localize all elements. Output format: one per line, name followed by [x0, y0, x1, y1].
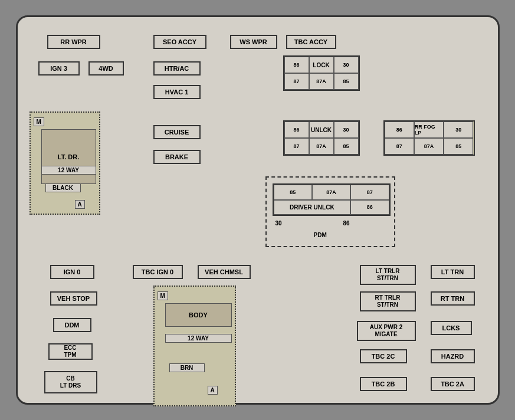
hvac1-label: HVAC 1 — [153, 85, 201, 99]
ws-wpr-label: WS WPR — [230, 35, 277, 49]
hazrd-label: HAZRD — [431, 349, 475, 363]
pdm-30-label: 30 — [275, 220, 282, 227]
unlck-30: 30 — [334, 122, 359, 138]
veh-stop-label: VEH STOP — [50, 291, 97, 306]
lock-relay: 86 LOCK 30 87 87A 85 — [283, 55, 360, 91]
cruise-label: CRUISE — [153, 125, 201, 139]
du-86: 86 — [350, 200, 389, 215]
rr-wpr-label: RR WPR — [47, 35, 100, 49]
ddm-label: DDM — [53, 318, 91, 332]
du-85: 85 — [274, 185, 312, 200]
driver-unlck-label: DRIVER UNLCK — [274, 200, 351, 215]
rt-trn-label: RT TRN — [431, 291, 475, 306]
lock-87: 87 — [284, 73, 309, 90]
body-label: BODY — [189, 311, 208, 319]
fuse-diagram: RR WPR SEO ACCY WS WPR TBC ACCY IGN 3 4W… — [16, 15, 500, 405]
fog-86: 86 — [385, 122, 414, 138]
body-connector: M BODY 12 WAY BRN A — [153, 286, 236, 406]
cb-lt-drs-label: CB LT DRS — [44, 371, 97, 393]
tbc-2a-label: TBC 2A — [431, 377, 475, 391]
lock-label: LOCK — [309, 57, 334, 73]
black-label: BLACK — [45, 183, 81, 192]
lcks-label: LCKS — [431, 321, 472, 335]
aux-pwr2-label: AUX PWR 2 M/GATE — [357, 321, 416, 341]
body-a-label: A — [208, 386, 218, 395]
brake-label: BRAKE — [153, 150, 201, 164]
tbc-2c-label: TBC 2C — [360, 349, 407, 363]
rt-trlr-text: RT TRLR ST/TRN — [375, 294, 401, 309]
pdm-box: 85 87A 87 DRIVER UNLCK 86 30 86 PDM — [265, 176, 395, 247]
unlck-label: UNLCK — [309, 122, 334, 138]
du-87a: 87A — [312, 185, 350, 200]
ecc-tpm-label: ECC TPM — [48, 343, 93, 360]
lt-trlr-text: LT TRLR ST/TRN — [376, 268, 400, 282]
tbc-2b-label: TBC 2B — [360, 377, 407, 391]
pdm-86-label: 86 — [343, 220, 350, 227]
driver-unlck-relay: 85 87A 87 DRIVER UNLCK 86 — [273, 183, 391, 216]
tbc-ign0-label: TBC IGN 0 — [133, 265, 183, 279]
unlck-87: 87 — [284, 138, 309, 155]
unlck-86: 86 — [284, 122, 309, 138]
cb-lt-drs-text: CB LT DRS — [60, 375, 81, 389]
tbc-accy-label: TBC ACCY — [286, 35, 336, 49]
ecc-tpm-text: ECC TPM — [64, 344, 76, 359]
lock-85: 85 — [334, 73, 359, 90]
unlck-relay: 86 UNLCK 30 87 87A 85 — [283, 120, 360, 156]
body-12way-label: 12 WAY — [165, 334, 232, 343]
ign0-label: IGN 0 — [50, 265, 94, 279]
lt-dr-connector: M LT. DR. 12 WAY BLACK A — [29, 111, 100, 215]
4wd-label: 4WD — [88, 61, 124, 76]
pdm-text: PDM — [314, 232, 327, 238]
12way-label: 12 WAY — [41, 166, 96, 175]
a-label: A — [75, 200, 85, 209]
seo-accy-label: SEO ACCY — [153, 35, 206, 49]
body-brn-label: BRN — [169, 363, 205, 372]
fog-30: 30 — [444, 122, 473, 138]
lt-trlr-label: LT TRLR ST/TRN — [360, 265, 416, 285]
rr-fog-lp-relay: 86 RR FOG LP 30 87 87A 85 — [383, 120, 475, 156]
lt-dr-label: LT. DR. — [55, 153, 81, 161]
lock-86: 86 — [284, 57, 309, 73]
lt-trn-label: LT TRN — [431, 265, 475, 279]
unlck-87a: 87A — [309, 138, 334, 155]
fog-label: RR FOG LP — [414, 122, 444, 138]
aux-pwr2-text: AUX PWR 2 M/GATE — [370, 324, 403, 338]
veh-chmsl-label: VEH CHMSL — [198, 265, 251, 279]
du-87: 87 — [350, 185, 389, 200]
lock-30: 30 — [334, 57, 359, 73]
ign3-label: IGN 3 — [38, 61, 80, 76]
htr-ac-label: HTR/AC — [153, 61, 201, 76]
m-label: M — [34, 117, 44, 126]
rt-trlr-label: RT TRLR ST/TRN — [360, 291, 416, 311]
unlck-85: 85 — [334, 138, 359, 155]
fog-87: 87 — [385, 138, 414, 155]
fog-87a: 87A — [414, 138, 444, 155]
body-m-label: M — [158, 291, 168, 300]
fog-85: 85 — [444, 138, 473, 155]
lock-87a: 87A — [309, 73, 334, 90]
